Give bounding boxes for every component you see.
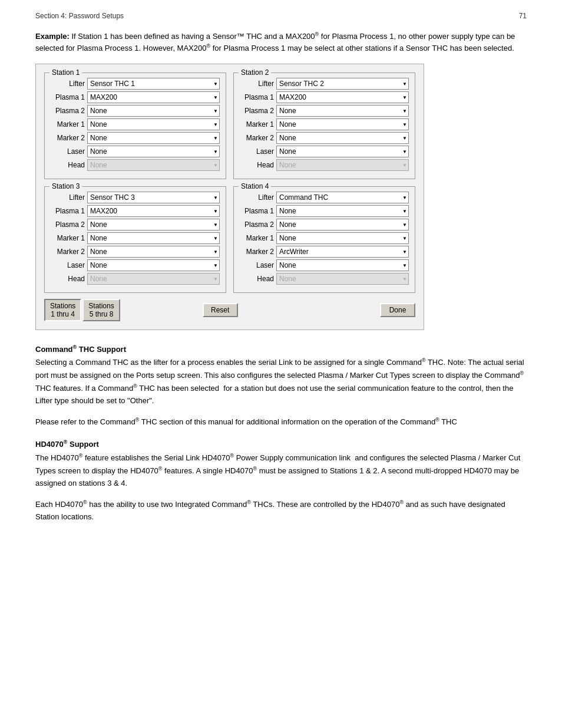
station1-marker-2-row: Marker 2None xyxy=(51,132,220,144)
station4-plasma-1-select[interactable]: None xyxy=(276,205,409,217)
station2-marker-1-select[interactable]: None xyxy=(276,118,409,130)
station3-laser-label: Laser xyxy=(51,261,85,269)
station4-laser-select[interactable]: None xyxy=(276,259,409,271)
reset-button[interactable]: Reset xyxy=(203,303,238,317)
station2-plasma-1-select[interactable]: MAX200 xyxy=(276,91,409,103)
station2-head-select-wrapper: None xyxy=(276,159,409,171)
stations-1-4-button[interactable]: Stations 1 thru 4 xyxy=(44,299,81,321)
station4-marker-2-select-wrapper[interactable]: ArcWriter xyxy=(276,246,409,258)
station3-head-select: None xyxy=(87,273,220,285)
station3-marker-2-select-wrapper[interactable]: None xyxy=(87,246,220,258)
station1-laser-select[interactable]: None xyxy=(87,146,220,157)
station4-plasma-2-select[interactable]: None xyxy=(276,219,409,230)
station1-lifter-select-wrapper[interactable]: Sensor THC 1 xyxy=(87,78,220,90)
dialog-box: Station 1LifterSensor THC 1Plasma 1MAX20… xyxy=(35,64,424,330)
done-button[interactable]: Done xyxy=(380,303,415,317)
station4-lifter-select-wrapper[interactable]: Command THC xyxy=(276,192,409,203)
station1-plasma-1-label: Plasma 1 xyxy=(51,93,85,101)
station4-laser-select-wrapper[interactable]: None xyxy=(276,259,409,271)
station2-laser-select[interactable]: None xyxy=(276,146,409,157)
station1-marker-1-select-wrapper[interactable]: None xyxy=(87,118,220,130)
station1-plasma-1-select-wrapper[interactable]: MAX200 xyxy=(87,91,220,103)
station4-lifter-row: LifterCommand THC xyxy=(240,192,409,203)
station3-head-row: HeadNone xyxy=(51,273,220,285)
station3-marker-1-select-wrapper[interactable]: None xyxy=(87,232,220,244)
command-thc-section: Command® THC Support Selecting a Command… xyxy=(35,344,527,408)
station3-plasma-2-select-wrapper[interactable]: None xyxy=(87,219,220,230)
station4-marker-1-row: Marker 1None xyxy=(240,232,409,244)
header-right: 71 xyxy=(519,12,527,20)
station1-plasma-2-select[interactable]: None xyxy=(87,105,220,117)
station4-marker-2-label: Marker 2 xyxy=(240,248,274,256)
station4-marker-1-select[interactable]: None xyxy=(276,232,409,244)
station3-plasma-2-select[interactable]: None xyxy=(87,219,220,230)
station1-marker-1-row: Marker 1None xyxy=(51,118,220,130)
station2-marker-1-select-wrapper[interactable]: None xyxy=(276,118,409,130)
station3-marker-1-row: Marker 1None xyxy=(51,232,220,244)
station1-laser-select-wrapper[interactable]: None xyxy=(87,146,220,157)
station1-marker-2-select[interactable]: None xyxy=(87,132,220,144)
station2-group: Station 2LifterSensor THC 2Plasma 1MAX20… xyxy=(233,73,415,179)
stations-grid: Station 1LifterSensor THC 1Plasma 1MAX20… xyxy=(44,73,415,293)
station1-marker-2-label: Marker 2 xyxy=(51,134,85,142)
station4-legend: Station 4 xyxy=(239,182,271,190)
station4-plasma-1-select-wrapper[interactable]: None xyxy=(276,205,409,217)
station4-marker-2-row: Marker 2ArcWriter xyxy=(240,246,409,258)
station3-marker-2-row: Marker 2None xyxy=(51,246,220,258)
station2-marker-2-select[interactable]: None xyxy=(276,132,409,144)
station2-plasma-2-select-wrapper[interactable]: None xyxy=(276,105,409,117)
station3-laser-select[interactable]: None xyxy=(87,259,220,271)
station4-marker-1-label: Marker 1 xyxy=(240,234,274,242)
station4-plasma-2-select-wrapper[interactable]: None xyxy=(276,219,409,230)
station3-plasma-2-label: Plasma 2 xyxy=(51,220,85,229)
station3-plasma-1-select[interactable]: MAX200 xyxy=(87,205,220,217)
station1-head-select: None xyxy=(87,159,220,171)
station3-marker-2-select[interactable]: None xyxy=(87,246,220,258)
station3-marker-1-select[interactable]: None xyxy=(87,232,220,244)
example-text1: If Station 1 has been defined as having … xyxy=(35,32,515,52)
station3-lifter-select[interactable]: Sensor THC 3 xyxy=(87,192,220,203)
station2-lifter-select[interactable]: Sensor THC 2 xyxy=(276,78,409,90)
station2-marker-2-label: Marker 2 xyxy=(240,134,274,142)
station2-lifter-select-wrapper[interactable]: Sensor THC 2 xyxy=(276,78,409,90)
station2-laser-select-wrapper[interactable]: None xyxy=(276,146,409,157)
station3-marker-2-label: Marker 2 xyxy=(51,248,85,256)
station4-marker-1-select-wrapper[interactable]: None xyxy=(276,232,409,244)
station2-marker-1-label: Marker 1 xyxy=(240,120,274,129)
station2-plasma-2-select[interactable]: None xyxy=(276,105,409,117)
station4-plasma-1-label: Plasma 1 xyxy=(240,207,274,215)
station1-plasma-1-select[interactable]: MAX200 xyxy=(87,91,220,103)
station3-plasma-1-select-wrapper[interactable]: MAX200 xyxy=(87,205,220,217)
station4-marker-2-select[interactable]: ArcWriter xyxy=(276,246,409,258)
station2-marker-2-select-wrapper[interactable]: None xyxy=(276,132,409,144)
station2-marker-2-row: Marker 2None xyxy=(240,132,409,144)
hd4070-body: The HD4070® feature establishes the Seri… xyxy=(35,452,527,490)
station3-head-label: Head xyxy=(51,275,85,283)
station3-plasma-2-row: Plasma 2None xyxy=(51,219,220,230)
station2-lifter-row: LifterSensor THC 2 xyxy=(240,78,409,90)
station2-plasma-2-label: Plasma 2 xyxy=(240,107,274,115)
station1-head-row: HeadNone xyxy=(51,159,220,171)
station2-marker-1-row: Marker 1None xyxy=(240,118,409,130)
station2-plasma-1-row: Plasma 1MAX200 xyxy=(240,91,409,103)
dialog-footer: Stations 1 thru 4 Stations 5 thru 8 Rese… xyxy=(44,299,415,321)
station2-plasma-1-select-wrapper[interactable]: MAX200 xyxy=(276,91,409,103)
station3-group: Station 3LifterSensor THC 3Plasma 1MAX20… xyxy=(44,186,226,293)
station1-marker-2-select-wrapper[interactable]: None xyxy=(87,132,220,144)
station1-group: Station 1LifterSensor THC 1Plasma 1MAX20… xyxy=(44,73,226,179)
station3-laser-select-wrapper[interactable]: None xyxy=(87,259,220,271)
station3-lifter-select-wrapper[interactable]: Sensor THC 3 xyxy=(87,192,220,203)
stations-5-8-button[interactable]: Stations 5 thru 8 xyxy=(82,299,120,321)
station4-laser-row: LaserNone xyxy=(240,259,409,271)
station1-plasma-2-select-wrapper[interactable]: None xyxy=(87,105,220,117)
station4-lifter-select[interactable]: Command THC xyxy=(276,192,409,203)
station1-lifter-select[interactable]: Sensor THC 1 xyxy=(87,78,220,90)
page-header: Section 4: Password Setups 71 xyxy=(35,12,527,20)
station2-plasma-1-label: Plasma 1 xyxy=(240,93,274,101)
station4-group: Station 4LifterCommand THCPlasma 1NonePl… xyxy=(233,186,415,293)
btn-group-left: Stations 1 thru 4 Stations 5 thru 8 xyxy=(44,299,120,321)
station1-head-label: Head xyxy=(51,161,85,169)
station1-marker-1-select[interactable]: None xyxy=(87,118,220,130)
station2-laser-row: LaserNone xyxy=(240,146,409,157)
station1-laser-row: LaserNone xyxy=(51,146,220,157)
